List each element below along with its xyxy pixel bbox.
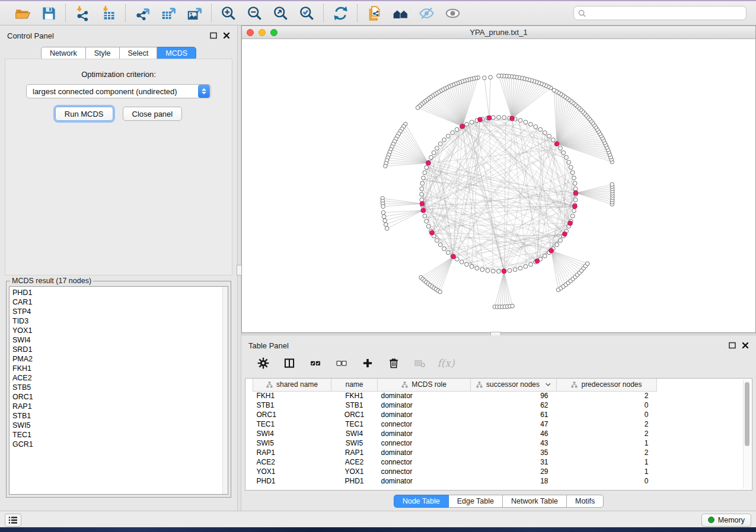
table-scrollbar-thumb[interactable]	[745, 382, 749, 446]
cell-mcds-role[interactable]: dominator	[378, 410, 471, 419]
column-header-predecessor-nodes[interactable]: predecessor nodes	[557, 379, 657, 391]
export-network-button[interactable]	[132, 3, 153, 23]
mcds-list-scrollbar[interactable]	[222, 287, 228, 494]
deselect-all-button[interactable]	[335, 357, 348, 370]
cell-name[interactable]: SWI4	[331, 429, 378, 438]
column-header-shared-name[interactable]: shared name	[253, 379, 331, 391]
table-row[interactable]: FKH1FKH1dominator962	[253, 391, 657, 400]
optimization-criterion-select[interactable]: largest connected component (undirected)	[26, 84, 211, 98]
tab-network-table[interactable]: Network Table	[503, 495, 567, 508]
tab-select[interactable]: Select	[120, 47, 158, 60]
cell-mcds-role[interactable]: dominator	[378, 391, 471, 400]
hide-selected-button[interactable]	[416, 3, 437, 23]
mcds-result-item[interactable]: SWI4	[12, 335, 228, 345]
cell-successor-nodes[interactable]: 46	[471, 429, 557, 438]
function-builder-button-disabled[interactable]: f(x)	[439, 357, 452, 370]
cell-predecessor-nodes[interactable]: 2	[557, 419, 657, 429]
mcds-result-item[interactable]: YOX1	[12, 326, 228, 335]
cell-predecessor-nodes[interactable]: 1	[557, 457, 657, 467]
mcds-result-item[interactable]: SWI5	[12, 421, 228, 430]
table-row[interactable]: SWI5SWI5connector431	[253, 438, 657, 448]
cell-name[interactable]: SWI5	[331, 438, 378, 448]
open-file-button[interactable]	[12, 3, 33, 23]
mcds-result-item[interactable]: TEC1	[12, 430, 228, 440]
zoom-out-button[interactable]	[244, 3, 265, 23]
cell-successor-nodes[interactable]: 31	[471, 457, 557, 467]
cell-predecessor-nodes[interactable]: 0	[557, 410, 657, 419]
cell-predecessor-nodes[interactable]: 0	[557, 476, 657, 486]
save-session-button[interactable]	[38, 3, 59, 23]
cell-name[interactable]: FKH1	[331, 391, 378, 400]
cell-successor-nodes[interactable]: 29	[471, 467, 557, 476]
tab-node-table[interactable]: Node Table	[394, 495, 449, 508]
cell-shared-name[interactable]: ORC1	[253, 410, 331, 419]
mcds-result-item[interactable]: TID3	[12, 316, 228, 326]
mcds-result-item[interactable]: CAR1	[12, 297, 228, 307]
cell-successor-nodes[interactable]: 18	[471, 476, 557, 486]
control-panel-float-button[interactable]	[210, 32, 217, 39]
mcds-result-item[interactable]: ORC1	[12, 392, 228, 402]
table-row[interactable]: STB1STB1dominator620	[253, 400, 657, 410]
zoom-fit-button[interactable]	[270, 3, 291, 23]
table-row[interactable]: ORC1ORC1dominator610	[253, 410, 657, 419]
cell-successor-nodes[interactable]: 62	[471, 400, 557, 410]
column-header-name[interactable]: name	[331, 379, 378, 391]
cell-mcds-role[interactable]: dominator	[378, 429, 471, 438]
cell-successor-nodes[interactable]: 96	[471, 391, 557, 400]
cell-name[interactable]: TEC1	[331, 419, 378, 429]
export-table-button[interactable]	[158, 3, 179, 23]
tab-edge-table[interactable]: Edge Table	[449, 495, 503, 508]
run-mcds-button[interactable]: Run MCDS	[55, 107, 113, 121]
select-all-button[interactable]	[309, 357, 322, 370]
zoom-selected-button[interactable]	[296, 3, 317, 23]
window-minimize-button[interactable]	[259, 29, 266, 36]
mcds-result-item[interactable]: FKH1	[12, 364, 228, 373]
show-all-button[interactable]	[442, 3, 463, 23]
cell-predecessor-nodes[interactable]: 2	[557, 391, 657, 400]
mcds-result-item[interactable]: RAP1	[12, 402, 228, 411]
tab-network[interactable]: Network	[41, 47, 86, 60]
network-canvas[interactable]	[242, 39, 755, 332]
table-panel-close-button[interactable]	[742, 342, 749, 349]
mcds-result-item[interactable]: STB5	[12, 383, 228, 392]
cell-mcds-role[interactable]: connector	[378, 457, 471, 467]
mcds-result-item[interactable]: PMA2	[12, 354, 228, 364]
cell-name[interactable]: YOX1	[331, 467, 378, 476]
cell-mcds-role[interactable]: dominator	[378, 400, 471, 410]
cell-predecessor-nodes[interactable]: 1	[557, 467, 657, 476]
refresh-view-button[interactable]	[330, 3, 351, 23]
cell-shared-name[interactable]: PHD1	[253, 476, 331, 486]
show-columns-button[interactable]	[283, 357, 296, 370]
cell-mcds-role[interactable]: dominator	[378, 476, 471, 486]
window-zoom-button[interactable]	[270, 29, 277, 36]
table-row[interactable]: YOX1YOX1connector291	[253, 467, 657, 476]
cell-mcds-role[interactable]: dominator	[378, 448, 471, 457]
table-scrollbar[interactable]	[743, 380, 751, 489]
tab-motifs[interactable]: Motifs	[567, 495, 604, 508]
cell-shared-name[interactable]: SWI4	[253, 429, 331, 438]
close-panel-button[interactable]: Close panel	[123, 107, 183, 121]
tab-style[interactable]: Style	[86, 47, 120, 60]
cell-shared-name[interactable]: ACE2	[253, 457, 331, 467]
cell-name[interactable]: ORC1	[331, 410, 378, 419]
export-image-button[interactable]	[184, 3, 205, 23]
mcds-result-item[interactable]: GCR1	[12, 440, 228, 449]
control-panel-close-button[interactable]	[223, 32, 230, 39]
mcds-result-item[interactable]: STP4	[12, 307, 228, 316]
cell-mcds-role[interactable]: connector	[378, 467, 471, 476]
cell-predecessor-nodes[interactable]: 2	[557, 448, 657, 457]
mcds-result-item[interactable]: SRD1	[12, 345, 228, 354]
delete-columns-button[interactable]	[387, 357, 400, 370]
cell-mcds-role[interactable]: connector	[378, 438, 471, 448]
cell-predecessor-nodes[interactable]: 2	[557, 429, 657, 438]
mcds-result-item[interactable]: ACE2	[12, 373, 228, 383]
import-table-button[interactable]	[98, 3, 119, 23]
table-options-gear-button[interactable]	[257, 357, 270, 370]
mcds-result-list[interactable]: PHD1CAR1STP4TID3YOX1SWI4SRD1PMA2FKH1ACE2…	[9, 286, 228, 495]
search-field[interactable]	[573, 6, 747, 20]
mcds-result-item[interactable]: STB1	[12, 411, 228, 421]
vertical-splitter[interactable]	[237, 25, 241, 511]
memory-button[interactable]: Memory	[701, 514, 751, 527]
column-header-mcds-role[interactable]: MCDS role	[378, 379, 471, 391]
delete-table-button-disabled[interactable]	[413, 357, 426, 370]
